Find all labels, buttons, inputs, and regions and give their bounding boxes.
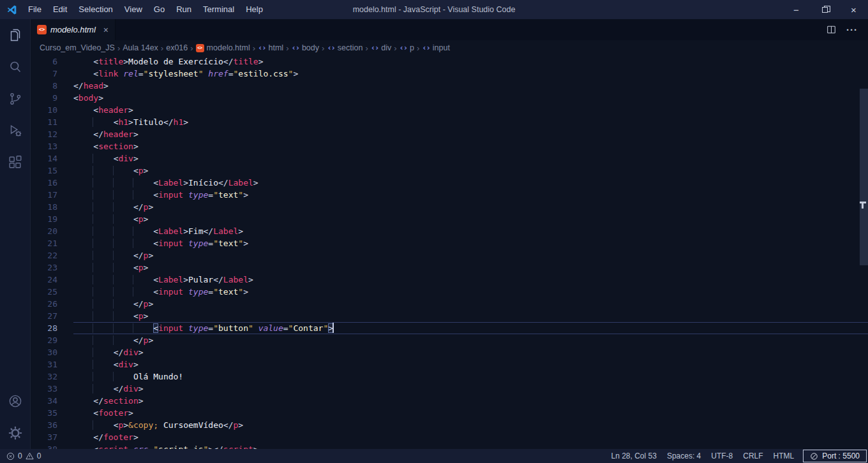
scrollbar-thumb[interactable] bbox=[860, 89, 868, 265]
breadcrumb-item-div[interactable]: ‹›div bbox=[371, 43, 391, 52]
line-number[interactable]: 17 bbox=[31, 189, 57, 201]
code-line[interactable]: 9<body> bbox=[31, 92, 868, 104]
line-number[interactable]: 32 bbox=[31, 371, 57, 383]
activity-run-debug-button[interactable] bbox=[0, 115, 31, 147]
line-number[interactable]: 28 bbox=[31, 322, 57, 334]
menu-go[interactable]: Go bbox=[148, 0, 170, 19]
code-line[interactable]: 17 <input type="text"> bbox=[31, 189, 868, 201]
code-line[interactable]: 22 </p> bbox=[31, 249, 868, 261]
line-number[interactable]: 26 bbox=[31, 298, 57, 310]
code-line[interactable]: 29 </p> bbox=[31, 334, 868, 346]
menu-help[interactable]: Help bbox=[240, 0, 269, 19]
line-number[interactable]: 33 bbox=[31, 383, 57, 395]
activity-extensions-button[interactable] bbox=[0, 147, 31, 179]
line-number[interactable]: 18 bbox=[31, 201, 57, 213]
line-number[interactable]: 11 bbox=[31, 116, 57, 128]
code-line[interactable]: 16 <Label>Início</Label> bbox=[31, 177, 868, 189]
line-number[interactable]: 16 bbox=[31, 177, 57, 189]
code-line[interactable]: 36 <p>&copy; CursoemVídeo</p> bbox=[31, 419, 868, 431]
code-line[interactable]: 37 </footer> bbox=[31, 431, 868, 443]
code-line[interactable]: 10 <header> bbox=[31, 104, 868, 116]
split-editor-icon[interactable] bbox=[827, 25, 836, 34]
activity-account-button[interactable] bbox=[0, 385, 31, 417]
more-actions-icon[interactable]: ··· bbox=[846, 27, 858, 33]
breadcrumb-item-html[interactable]: ‹›html bbox=[258, 43, 283, 52]
line-number[interactable]: 36 bbox=[31, 419, 57, 431]
status-encoding[interactable]: UTF-8 bbox=[706, 452, 738, 460]
code-line[interactable]: 7 <link rel="stylesheet" href="estilo.cs… bbox=[31, 68, 868, 80]
line-number[interactable]: 24 bbox=[31, 274, 57, 286]
code-line[interactable]: 26 </p> bbox=[31, 298, 868, 310]
line-number[interactable]: 14 bbox=[31, 152, 57, 165]
menu-selection[interactable]: Selection bbox=[73, 0, 118, 19]
minimize-button[interactable]: − bbox=[782, 0, 811, 19]
line-number[interactable]: 7 bbox=[31, 68, 57, 80]
breadcrumb-item-ex016[interactable]: ex016 bbox=[166, 43, 188, 52]
code-line[interactable]: 32 Olá Mundo! bbox=[31, 371, 868, 383]
line-number[interactable]: 31 bbox=[31, 358, 57, 371]
line-number[interactable]: 23 bbox=[31, 261, 57, 274]
line-number[interactable]: 13 bbox=[31, 140, 57, 152]
status-cursor-position[interactable]: Ln 28, Col 53 bbox=[606, 452, 662, 460]
breadcrumb-item-modelo-html[interactable]: <>modelo.html bbox=[196, 43, 250, 52]
code-line[interactable]: 12 </header> bbox=[31, 128, 868, 140]
activity-explorer-button[interactable] bbox=[0, 19, 31, 51]
menu-view[interactable]: View bbox=[119, 0, 148, 19]
breadcrumb-item-aula-14ex[interactable]: Aula 14ex bbox=[123, 43, 158, 52]
line-number[interactable]: 20 bbox=[31, 225, 57, 237]
menu-terminal[interactable]: Terminal bbox=[197, 0, 240, 19]
tab-close-icon[interactable]: × bbox=[103, 25, 108, 35]
line-number[interactable]: 22 bbox=[31, 249, 57, 261]
tab-modelo-html[interactable]: <> modelo.html × bbox=[31, 19, 116, 40]
code-line[interactable]: 34 </section> bbox=[31, 395, 868, 407]
status-language[interactable]: HTML bbox=[768, 452, 800, 460]
line-number[interactable]: 27 bbox=[31, 310, 57, 322]
line-number[interactable]: 15 bbox=[31, 165, 57, 177]
code-line[interactable]: 24 <Label>Pular</Label> bbox=[31, 274, 868, 286]
status-eol[interactable]: CRLF bbox=[738, 452, 768, 460]
status-problems[interactable]: 0 0 bbox=[6, 452, 41, 460]
line-number[interactable]: 38 bbox=[31, 443, 57, 449]
status-indentation[interactable]: Spaces: 4 bbox=[662, 452, 706, 460]
line-number[interactable]: 10 bbox=[31, 104, 57, 116]
code-line[interactable]: 19 <p> bbox=[31, 213, 868, 225]
line-number[interactable]: 8 bbox=[31, 80, 57, 92]
code-line[interactable]: 33 </div> bbox=[31, 383, 868, 395]
code-line[interactable]: 18 </p> bbox=[31, 201, 868, 213]
code-line[interactable]: 11 <h1>Titulo</h1> bbox=[31, 116, 868, 128]
breadcrumb-item-body[interactable]: ‹›body bbox=[291, 43, 319, 52]
breadcrumb-item-p[interactable]: ‹›p bbox=[400, 43, 414, 52]
code-line[interactable]: 23 <p> bbox=[31, 261, 868, 274]
line-number[interactable]: 30 bbox=[31, 346, 57, 358]
activity-settings-button[interactable] bbox=[0, 417, 31, 449]
breadcrumb-item-section[interactable]: ‹›section bbox=[327, 43, 363, 52]
line-number[interactable]: 34 bbox=[31, 395, 57, 407]
status-port[interactable]: Port : 5500 bbox=[803, 450, 867, 462]
maximize-button[interactable] bbox=[811, 0, 839, 19]
code-line[interactable]: 15 <p> bbox=[31, 165, 868, 177]
code-line[interactable]: 21 <input type="text"> bbox=[31, 237, 868, 249]
menu-edit[interactable]: Edit bbox=[47, 0, 73, 19]
line-number[interactable]: 29 bbox=[31, 334, 57, 346]
line-number[interactable]: 19 bbox=[31, 213, 57, 225]
code-line[interactable]: 30 </div> bbox=[31, 346, 868, 358]
breadcrumb-item-input[interactable]: ‹›input bbox=[422, 43, 450, 52]
line-number[interactable]: 6 bbox=[31, 55, 57, 68]
code-line[interactable]: 31 <div> bbox=[31, 358, 868, 371]
menu-file[interactable]: File bbox=[22, 0, 47, 19]
code-line[interactable]: 20 <Label>Fim</Label> bbox=[31, 225, 868, 237]
code-line[interactable]: 13 <section> bbox=[31, 140, 868, 152]
line-number[interactable]: 37 bbox=[31, 431, 57, 443]
code-line[interactable]: 28 <input type="button" value="Contar"> bbox=[31, 322, 868, 334]
close-button[interactable]: × bbox=[839, 0, 868, 19]
menu-run[interactable]: Run bbox=[170, 0, 197, 19]
breadcrumb-item-curso-em-video-js[interactable]: Curso_em_Video_JS bbox=[40, 43, 115, 52]
line-number[interactable]: 21 bbox=[31, 237, 57, 249]
code-line[interactable]: 8</head> bbox=[31, 80, 868, 92]
code-line[interactable]: 38 <script src="script.js"></script> bbox=[31, 443, 868, 449]
activity-search-button[interactable] bbox=[0, 51, 31, 83]
code-line[interactable]: 35 <footer> bbox=[31, 407, 868, 419]
line-number[interactable]: 35 bbox=[31, 407, 57, 419]
line-number[interactable]: 9 bbox=[31, 92, 57, 104]
code-line[interactable]: 27 <p> bbox=[31, 310, 868, 322]
